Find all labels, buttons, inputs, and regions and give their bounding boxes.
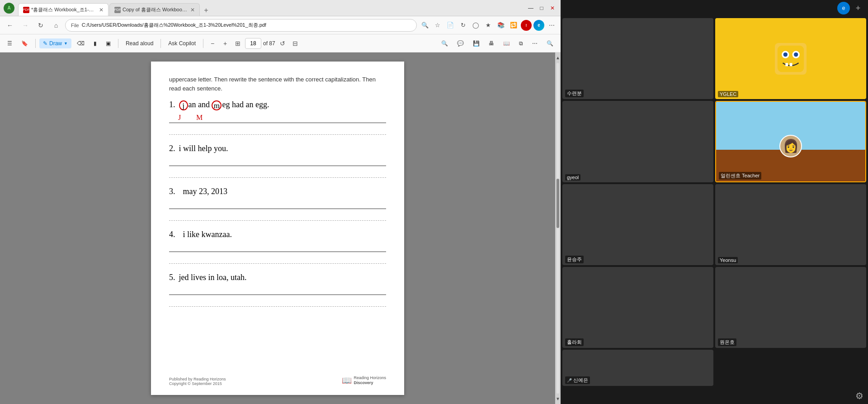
svg-point-3 [783,52,788,57]
pdf-viewer[interactable]: uppercase letter. Then rewrite the sente… [0,52,555,404]
pdf-instruction: uppercase letter. Then rewrite the sente… [169,75,386,93]
window-controls: — □ ✕ [526,4,557,13]
tab-1[interactable]: PDF *홈클래스 Workbook_조1-3 Lev... ✕ [18,3,108,16]
circled-j: j [179,100,188,110]
fit-page-button[interactable]: ⊞ [232,38,243,49]
empty-slot [715,350,866,386]
forward-button[interactable]: → [19,19,32,32]
tab-2-icon: PDF [114,7,121,13]
svg-point-4 [794,52,798,57]
more-tools-button[interactable]: ⋯ [528,38,541,48]
fit-width-button[interactable]: ⊟ [290,38,301,49]
exercise-5: 5. jed lives in loa, utah. [169,273,386,307]
sentence-4: 4. i like kwanzaa. [169,230,386,239]
print-button[interactable]: 🖶 [485,38,498,48]
tab-2[interactable]: PDF Copy of 홈클래스 Workbook_조... ✕ [109,3,200,16]
tab-bar: PDF *홈클래스 Workbook_조1-3 Lev... ✕ PDF Cop… [18,0,526,16]
back-button[interactable]: ← [4,19,16,32]
tab-1-close[interactable]: ✕ [99,7,104,13]
participant-윤승주: 윤승주 [562,184,713,265]
comments-button[interactable]: 💬 [453,38,467,48]
highlight-button[interactable]: ▮ [90,38,100,48]
draw-icon: ✎ [43,40,47,47]
settings-icon[interactable]: ⋯ [546,20,557,31]
participant-원온호: 원온호 [715,267,866,348]
edge-sidebar-icon[interactable]: e [837,2,850,14]
split-view-icon[interactable]: ◯ [470,20,481,31]
participant-teacher: 👩 얼린센흐 Teacher [715,101,866,182]
ask-copilot-button[interactable]: Ask Copilot [165,38,199,48]
name-teacher: 얼린센흐 Teacher [719,172,761,180]
pdf-footer: Published by Reading Horizons Copyright … [169,375,386,386]
bookmark-button[interactable]: 🔖 [18,38,32,48]
pdf-right-tools: 🔍 💬 💾 🖶 📖 ⧉ ⋯ 🔍 [438,38,557,48]
draw-dropdown-icon[interactable]: ▼ [64,41,68,46]
notification-icon[interactable]: ! [521,20,532,31]
search-addr-icon[interactable]: 🔍 [420,20,430,31]
share-icon[interactable]: 🔁 [508,20,519,31]
main-area: uppercase letter. Then rewrite the sente… [0,52,561,404]
tab-2-title: Copy of 홈클래스 Workbook_조... [123,6,188,13]
sentence-1: 1. jan and meg had an egg. [169,100,386,110]
maximize-button[interactable]: □ [537,4,546,13]
participant-수련분: 수련분 [562,18,713,99]
sidebar-search-button[interactable]: 🔍 [543,38,557,48]
footer-publisher: Published by Reading Horizons [169,377,226,381]
page-number-input[interactable] [245,38,261,49]
home-button[interactable]: ⌂ [50,19,62,32]
open-new-window-button[interactable]: ⧉ [515,38,527,48]
browser-logo: A [4,3,14,14]
close-button[interactable]: ✕ [548,4,557,13]
url-bar[interactable]: File C:/Users/USER/Downloads/홈클래스%20Work… [65,19,417,32]
exercise-1: 1. jan and meg had an egg. J M [169,100,386,135]
scroll-track[interactable] [557,63,559,394]
eraser-icon: ⌫ [77,40,85,47]
pdf-scrollbar[interactable]: ▲ ▼ [555,52,561,404]
pdf-search-button[interactable]: 🔍 [438,38,452,48]
minimize-button[interactable]: — [526,4,535,13]
separator-2 [118,39,118,48]
add-sidebar-button[interactable]: + [852,2,864,14]
refresh-button[interactable]: ↻ [34,19,47,32]
footer-copyright: Copyright © September 2015 [169,381,226,386]
teacher-avatar: 👩 [779,135,802,157]
draw-button[interactable]: ✎ Draw ▼ [39,38,71,48]
zoom-in-button[interactable]: + [220,38,231,49]
scroll-handle[interactable] [557,179,559,228]
num-3: 3. [169,187,175,196]
read-aloud-button[interactable]: Read aloud [122,38,157,48]
svg-rect-0 [778,45,804,71]
new-tab-button[interactable]: + [201,5,212,16]
favorites-icon[interactable]: ★ [483,20,494,31]
sentence-2: 2. i will help you. [169,144,386,153]
footer-text: Published by Reading Horizons Copyright … [169,377,226,386]
save-button[interactable]: 💾 [469,38,483,48]
immersive-reader-button[interactable]: 📖 [500,38,514,48]
star-icon[interactable]: ☆ [432,20,443,31]
fit-button[interactable]: ▣ [102,38,114,48]
separator-3 [160,39,161,48]
scroll-down-arrow[interactable]: ▼ [556,396,560,401]
write-line-3b [169,210,386,221]
footer-logo-text: Reading HorizonsDiscovery [354,375,386,386]
scroll-up-arrow[interactable]: ▲ [556,55,560,60]
refresh-addr-icon[interactable]: ↻ [458,20,468,31]
collections-icon[interactable]: 📚 [495,20,506,31]
tab-2-close[interactable]: ✕ [190,7,195,13]
draw-label: Draw [49,40,62,47]
hamburger-menu[interactable]: ☰ [4,38,16,48]
separator-4 [203,39,203,48]
eraser-button[interactable]: ⌫ [73,38,88,48]
name-gyeol: gyeol [565,174,580,181]
mic-off-icon: 🎤 [567,378,572,383]
name-YGLEC: YGLEC [718,91,738,97]
write-line-2b [169,167,386,178]
tab-1-icon: PDF [23,7,29,13]
collection-icon[interactable]: 📄 [445,20,456,31]
rotate-button[interactable]: ↺ [277,38,288,49]
pdf-toolbar: ☰ 🔖 ✎ Draw ▼ ⌫ ▮ ▣ Read aloud Ask Copilo… [0,34,561,52]
edge-icon: e [533,20,544,31]
zoom-out-button[interactable]: − [207,38,218,49]
participant-YGLEC: YGLEC [715,18,866,99]
settings-button[interactable]: ⚙ [855,390,863,401]
